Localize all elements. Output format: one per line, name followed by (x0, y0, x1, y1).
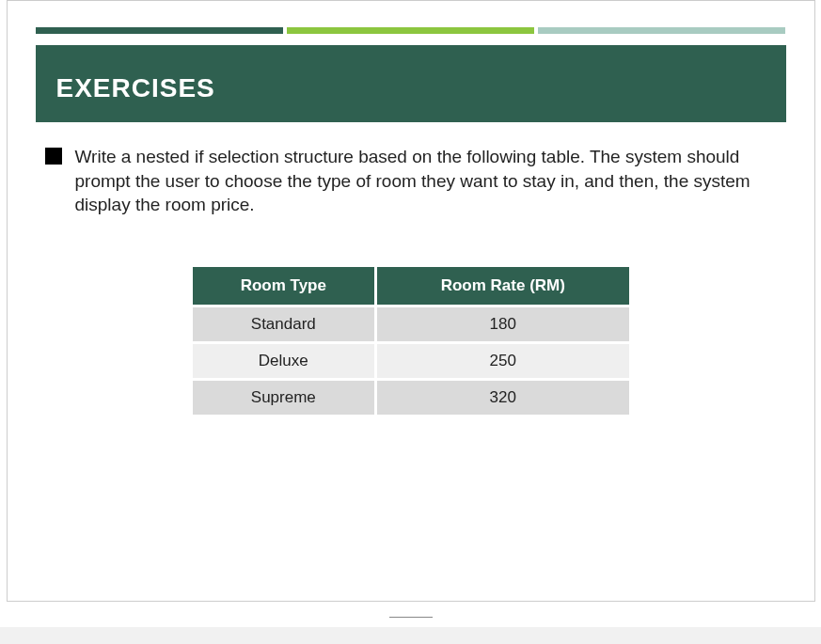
footer-divider (389, 617, 433, 618)
slide-container: EXERCISES Write a nested if selection st… (7, 0, 815, 602)
table-row: Standard 180 (193, 307, 629, 341)
table-row: Deluxe 250 (193, 344, 629, 378)
cell-roomrate: 180 (377, 307, 628, 341)
bullet-row: Write a nested if selection structure ba… (45, 145, 777, 217)
slide-content: Write a nested if selection structure ba… (36, 141, 786, 421)
table-row: Supreme 320 (193, 381, 629, 415)
table-container: Room Type Room Rate (RM) Standard 180 De… (45, 264, 777, 417)
bar-darkgreen (36, 27, 283, 34)
exercise-prompt: Write a nested if selection structure ba… (75, 145, 777, 217)
page-title: EXERCISES (56, 73, 766, 103)
room-rate-table: Room Type Room Rate (RM) Standard 180 De… (190, 264, 632, 417)
cell-roomtype: Standard (193, 307, 375, 341)
cell-roomrate: 250 (377, 344, 628, 378)
table-header-roomtype: Room Type (193, 267, 375, 305)
decorative-color-bars (36, 27, 786, 34)
table-header-row: Room Type Room Rate (RM) (193, 267, 629, 305)
bottom-shade (0, 627, 821, 644)
square-bullet-icon (45, 148, 62, 165)
bar-lightgreen (287, 27, 534, 34)
cell-roomrate: 320 (377, 381, 628, 415)
table-header-roomrate: Room Rate (RM) (377, 267, 628, 305)
bar-mutedgreen (538, 27, 785, 34)
cell-roomtype: Deluxe (193, 344, 375, 378)
slide-header: EXERCISES (36, 45, 786, 122)
cell-roomtype: Supreme (193, 381, 375, 415)
